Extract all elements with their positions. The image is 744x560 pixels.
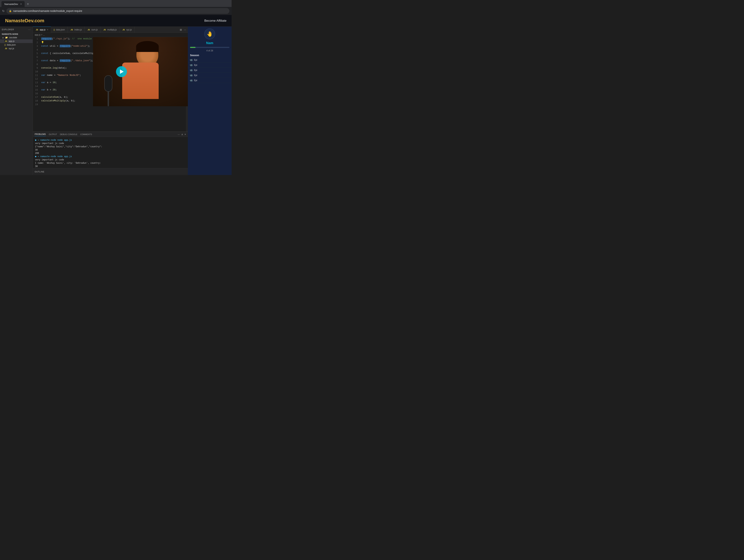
- tab-indexjs-label: index.js: [74, 29, 82, 31]
- line-num-15: 15: [33, 88, 40, 92]
- code-editor-column: JS app.js × {} data.json JS index.js JS: [33, 27, 188, 175]
- video-icon-2: 📹: [190, 64, 193, 66]
- tab-appjs-label: app.js: [40, 29, 45, 31]
- line-num-10: 10: [33, 70, 40, 74]
- episode-item-4[interactable]: 📹 Epi: [188, 73, 232, 78]
- browser-chrome: NamasteDev × + ↻ 🔒 namastedev.com/learn/…: [0, 0, 232, 15]
- video-icon-3: 📹: [190, 69, 193, 72]
- reload-button[interactable]: ↻: [2, 9, 5, 13]
- terminal-up-icon[interactable]: ∧: [181, 133, 183, 136]
- tab-indexjs-icon: JS: [70, 29, 73, 31]
- tab-xyzjs[interactable]: JS xyz.js: [119, 27, 135, 33]
- episode-item-2[interactable]: 📹 Epi: [188, 63, 232, 68]
- file-appjs-label: app.js: [8, 40, 14, 42]
- split-editor-icon[interactable]: ⊞: [180, 28, 182, 31]
- progress-bar-fill: [190, 47, 195, 48]
- line-num-11: 11: [33, 74, 40, 77]
- episode-item-5[interactable]: 📹 Epi: [188, 78, 232, 83]
- tab-xyzjs-label: xyz.js: [126, 29, 132, 31]
- episode-item-3[interactable]: 📹 Epi: [188, 68, 232, 73]
- video-icon-4: 📹: [190, 74, 193, 77]
- tab-xyzjs-icon: JS: [122, 29, 125, 31]
- video-icon-5: 📹: [190, 79, 193, 82]
- season-label: Season: [188, 52, 232, 57]
- person-hair: [136, 41, 159, 52]
- tab-appjs[interactable]: JS app.js ×: [33, 27, 51, 33]
- terminal-line-3: {"name":"Akshay Saini","city":"Dehradun"…: [35, 145, 186, 148]
- breadcrumb: app.js > ...: [33, 33, 188, 37]
- line-num-19: 19: [33, 103, 40, 106]
- tab-multiplyjs[interactable]: JS multiply.js: [101, 27, 119, 33]
- namaste-node-folder[interactable]: NAMASTE-NODE: [0, 33, 33, 36]
- terminal-line-2: very important js code: [35, 142, 186, 145]
- file-xyzjs[interactable]: JS xyz.js: [0, 47, 33, 50]
- line-num-8: 8: [33, 63, 40, 66]
- episode-item-1[interactable]: 📹 Epi: [188, 57, 232, 63]
- site-logo: NamasteDev.com: [5, 18, 44, 24]
- line-num-2: 2: [33, 41, 40, 44]
- terminal-more-icon[interactable]: ···: [178, 133, 180, 136]
- tab-close-button[interactable]: ×: [20, 3, 22, 5]
- outline-section: OUTLINE: [33, 168, 188, 175]
- url-box[interactable]: 🔒 namastedev.com/learn/namaste-node/modu…: [6, 8, 229, 14]
- tab-sumjs[interactable]: JS sum.js: [85, 27, 101, 33]
- line-num-7: 7: [33, 59, 40, 63]
- site-header: NamasteDev.com Become Affiliate: [0, 15, 232, 27]
- tab-datajson[interactable]: {} data.json: [51, 27, 68, 33]
- terminal-line-1: ● → namaste-node node app.js: [35, 138, 186, 142]
- vscode-container: EXPLORER ··· NAMASTE-NODE ▶ 📁 caculate J…: [0, 27, 188, 175]
- tab-appjs-icon: JS: [35, 29, 38, 31]
- file-datajson[interactable]: {} data.json: [0, 43, 33, 47]
- episode-label-3: Epi: [194, 69, 230, 72]
- play-button[interactable]: [116, 66, 127, 77]
- active-tab[interactable]: NamasteDev ×: [1, 1, 25, 7]
- terminal-line-9: 30: [35, 165, 186, 168]
- play-icon: [120, 70, 124, 74]
- address-bar: ↻ 🔒 namastedev.com/learn/namaste-node/mo…: [0, 7, 232, 15]
- line-num-13: 13: [33, 81, 40, 84]
- instructor-name: Nam: [188, 40, 232, 46]
- right-panel: 🤚 Nam 4 of 28 Season 📹 Epi 📹 Epi 📹 Epi 📹…: [188, 27, 232, 175]
- explorer-header: EXPLORER ···: [0, 27, 33, 33]
- new-tab-button[interactable]: +: [25, 2, 31, 7]
- outline-label: OUTLINE: [35, 171, 44, 173]
- logo-main: NamasteDev: [5, 18, 33, 23]
- tab-multiplyjs-label: multiply.js: [107, 29, 117, 31]
- avatar-emoji: 🤚: [207, 31, 213, 37]
- terminal-line-7: very important js code: [35, 158, 186, 161]
- terminal-close-icon[interactable]: ×: [185, 133, 186, 136]
- line-num-18: 18: [33, 99, 40, 103]
- line-num-6: 6: [33, 55, 40, 59]
- editor-area: EXPLORER ··· NAMASTE-NODE ▶ 📁 caculate J…: [0, 27, 188, 175]
- terminal-content[interactable]: ● → namaste-node node app.js very import…: [33, 137, 188, 168]
- code-editor[interactable]: 1 2 3 4 5 6 7 8 9 10 11 12 13 14: [33, 37, 188, 132]
- line-num-4: 4: [33, 48, 40, 51]
- terminal-panel: PROBLEMS OUTPUT DEBUG CONSOLE COMMENTS ·…: [33, 132, 188, 168]
- video-overlay: [93, 37, 188, 106]
- folder-label: NAMASTE-NODE: [2, 33, 18, 35]
- line-num-3: 3: [33, 44, 40, 48]
- folder-name-label: caculate: [9, 36, 17, 39]
- tab-debug-console[interactable]: DEBUG CONSOLE: [60, 132, 77, 136]
- tab-problems[interactable]: PROBLEMS: [35, 132, 46, 136]
- tab-comments[interactable]: COMMENTS: [80, 132, 92, 136]
- line-num-12: 12: [33, 77, 40, 81]
- person-body: [122, 63, 159, 99]
- file-appjs[interactable]: JS app.js: [0, 39, 33, 43]
- line-num-14: 14: [33, 84, 40, 88]
- more-actions-icon[interactable]: ···: [184, 28, 186, 31]
- video-person: [93, 37, 188, 106]
- line-num-17: 17: [33, 95, 40, 99]
- progress-text: 4 of 28: [188, 49, 232, 52]
- explorer-menu[interactable]: ···: [28, 28, 31, 31]
- tab-indexjs[interactable]: JS index.js: [68, 27, 85, 33]
- tab-sumjs-icon: JS: [87, 29, 90, 31]
- js-icon-xyzjs: JS: [4, 47, 7, 50]
- tab-appjs-close[interactable]: ×: [47, 29, 48, 31]
- become-affiliate-button[interactable]: Become Affiliate: [204, 19, 226, 23]
- terminal-line-5: 200: [35, 152, 186, 155]
- breadcrumb-text: app.js > ...: [35, 34, 45, 36]
- terminal-actions: ··· ∧ ×: [178, 133, 186, 136]
- folder-caculate[interactable]: ▶ 📁 caculate: [0, 36, 33, 39]
- tab-output[interactable]: OUTPUT: [49, 132, 57, 136]
